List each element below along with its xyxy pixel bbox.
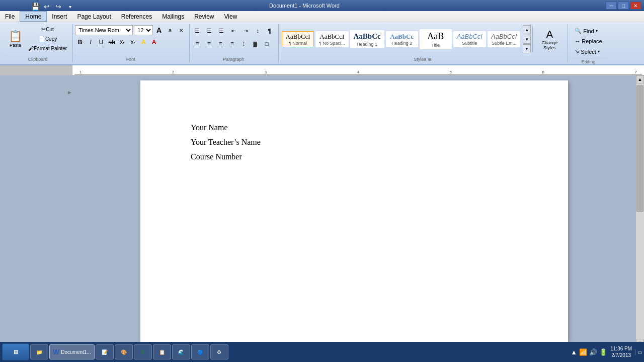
shading-button[interactable]: ▓	[250, 38, 261, 49]
taskbar-word[interactable]: W Document1...	[49, 344, 95, 359]
style-nospacing-preview: AaBbCcI	[319, 33, 345, 41]
undo-quick-btn[interactable]: ↩	[42, 2, 52, 11]
format-painter-button[interactable]: 🖌 Format Painter	[26, 44, 69, 52]
grow-font-button[interactable]: A	[154, 25, 164, 35]
shrink-font-button[interactable]: a	[165, 25, 175, 35]
replace-button[interactable]: ↔ Replace	[571, 37, 605, 46]
sort-button[interactable]: ↕	[252, 25, 263, 36]
strikethrough-button[interactable]: ab	[107, 37, 117, 47]
copy-button[interactable]: 📄 Copy	[26, 35, 69, 43]
style-normal[interactable]: AaBbCcI ¶ Normal	[282, 31, 314, 48]
bold-button[interactable]: B	[75, 37, 85, 47]
select-icon: ↘	[575, 48, 579, 55]
taskbar-recycle[interactable]: ♻	[210, 344, 228, 359]
redo-quick-btn[interactable]: ↪	[53, 2, 63, 11]
subscript-button[interactable]: X₂	[117, 37, 127, 47]
underline-button[interactable]: U	[96, 37, 106, 47]
document-canvas[interactable]: Your Name Your Teacher’s Name Course Num…	[140, 80, 568, 342]
style-heading2[interactable]: AaBbCc Heading 2	[386, 31, 418, 48]
document-area: Your Name Your Teacher’s Name Course Num…	[72, 75, 636, 347]
style-no-spacing[interactable]: AaBbCcI ¶ No Spaci...	[315, 31, 348, 48]
font-size-select[interactable]: 12	[134, 25, 153, 35]
menu-home[interactable]: Home	[20, 11, 47, 22]
customize-quick-btn[interactable]: ▾	[65, 2, 75, 11]
taskbar-paint[interactable]: 🎨	[115, 344, 133, 359]
menu-mailings[interactable]: Mailings	[157, 11, 189, 22]
taskbar: ⊞ 📁 W Document1... 📝 🎨 X 📋 🌊 🔵 ♻ ▲ 📶 🔊 🔋…	[0, 342, 644, 362]
italic-button[interactable]: I	[86, 37, 96, 47]
select-dropdown[interactable]: ▾	[598, 49, 600, 54]
cut-button[interactable]: ✂ Cut	[26, 25, 69, 34]
decrease-indent-button[interactable]: ⇤	[228, 25, 239, 36]
styles-scroll-down[interactable]: ▼	[523, 35, 531, 44]
speaker-icon[interactable]: 🔊	[589, 348, 597, 356]
numbering-button[interactable]: ☰	[204, 25, 215, 36]
find-dropdown[interactable]: ▾	[596, 29, 598, 33]
clock[interactable]: 11:36 PM 2/7/2013	[610, 345, 632, 358]
paste-button[interactable]: 📋 Paste	[6, 28, 25, 49]
select-button[interactable]: ↘ Select ▾	[571, 47, 605, 56]
close-button[interactable]: ✕	[630, 2, 641, 10]
ruler-area: 1 2 3 4 5 6 7	[0, 65, 644, 75]
find-button[interactable]: 🔍 Find ▾	[571, 26, 605, 36]
style-title[interactable]: AaB Title	[420, 29, 452, 49]
network-icon[interactable]: 📶	[579, 348, 587, 356]
style-subtleem-name: Subtle Em...	[491, 41, 517, 46]
scroll-thumb[interactable]	[636, 85, 643, 212]
styles-expand[interactable]: ▾	[523, 44, 531, 53]
styles-scroll-up[interactable]: ▲	[523, 25, 531, 34]
taskbar-explorer[interactable]: 📁	[30, 344, 48, 359]
scroll-up-button[interactable]: ▲	[636, 75, 644, 83]
menu-view[interactable]: View	[219, 11, 243, 22]
save-quick-btn[interactable]: 💾	[30, 2, 40, 11]
paint-icon: 🎨	[121, 349, 127, 355]
multilevel-list-button[interactable]: ☰	[216, 25, 227, 36]
superscript-button[interactable]: X²	[128, 37, 138, 47]
replace-icon: ↔	[575, 38, 580, 44]
align-left-button[interactable]: ≡	[192, 38, 203, 49]
style-nospacing-name: ¶ No Spaci...	[319, 41, 345, 46]
menu-file[interactable]: File	[0, 11, 20, 22]
menu-insert[interactable]: Insert	[47, 11, 72, 22]
battery-icon[interactable]: 🔋	[599, 348, 607, 356]
styles-label: Styles ⊞	[281, 56, 565, 62]
arrow-tray-icon[interactable]: ▲	[571, 348, 577, 356]
taskbar-chrome[interactable]: 🔵	[191, 344, 209, 359]
menu-page-layout[interactable]: Page Layout	[72, 11, 116, 22]
font-family-select[interactable]: Times New Rom	[75, 25, 133, 35]
styles-group: AaBbCcI ¶ Normal AaBbCcI ¶ No Spaci... A…	[279, 24, 568, 62]
start-label: ⊞	[14, 349, 18, 355]
bullets-button[interactable]: ☰	[192, 25, 203, 36]
doc-line-2: Your Teacher’s Name	[191, 135, 518, 150]
maximize-button[interactable]: □	[618, 2, 629, 10]
window-controls: ─ □ ✕	[606, 2, 641, 10]
show-desktop-icon[interactable]: ▭	[635, 349, 642, 355]
align-right-button[interactable]: ≡	[215, 38, 226, 49]
border-button[interactable]: □	[261, 38, 272, 49]
styles-expand-icon[interactable]: ⊞	[428, 57, 432, 62]
style-subtitle[interactable]: AaBbCcI Subtitle	[453, 31, 486, 48]
text-highlight-button[interactable]: A	[138, 37, 148, 47]
menu-review[interactable]: Review	[189, 11, 219, 22]
explorer-icon: 📁	[36, 349, 42, 355]
start-button[interactable]: ⊞	[2, 343, 29, 360]
line-spacing-button[interactable]: ↕	[238, 38, 249, 49]
notepad-icon: 📝	[102, 349, 108, 355]
taskbar-notepad[interactable]: 📝	[96, 344, 114, 359]
menu-references[interactable]: References	[116, 11, 157, 22]
center-button[interactable]: ≡	[203, 38, 214, 49]
justify-button[interactable]: ≡	[226, 38, 237, 49]
font-color-button[interactable]: A	[149, 37, 159, 47]
change-styles-button[interactable]: A Change Styles	[534, 26, 565, 53]
show-marks-button[interactable]: ¶	[264, 25, 275, 36]
style-subtle-em[interactable]: AaBbCcI Subtle Em...	[488, 31, 520, 48]
minimize-button[interactable]: ─	[606, 2, 617, 10]
format-painter-icon: 🖌	[28, 45, 34, 51]
taskbar-excel[interactable]: X	[134, 344, 152, 359]
font-group: Times New Rom 12 A a ✕ B I U ab	[73, 24, 190, 62]
taskbar-clipboard[interactable]: 📋	[153, 344, 171, 359]
taskbar-browser[interactable]: 🌊	[172, 344, 190, 359]
style-heading1[interactable]: AaBbCc Heading 1	[350, 30, 384, 48]
increase-indent-button[interactable]: ⇥	[240, 25, 251, 36]
clear-format-button[interactable]: ✕	[176, 25, 186, 35]
